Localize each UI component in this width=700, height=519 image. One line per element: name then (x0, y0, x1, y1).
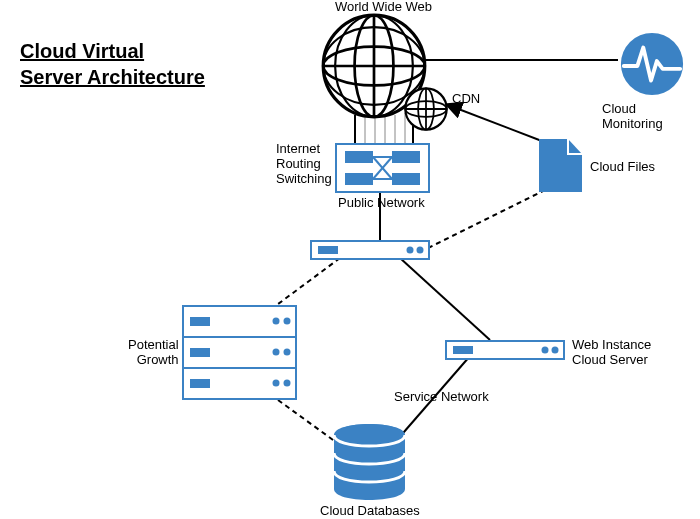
diagram-title: Cloud Virtual Server Architecture (20, 12, 205, 90)
label-web-instance: Web Instance Cloud Server (572, 338, 651, 368)
svg-point-49 (284, 349, 291, 356)
svg-point-40 (417, 247, 424, 254)
svg-rect-47 (190, 348, 210, 357)
label-internet-routing: Internet Routing Switching (276, 142, 332, 187)
svg-point-46 (284, 318, 291, 325)
label-potential-growth: Potential Growth (128, 338, 179, 368)
svg-rect-31 (345, 173, 373, 185)
svg-rect-29 (345, 151, 373, 163)
web-instance-icon (445, 340, 565, 364)
database-icon (332, 423, 407, 505)
label-cloud-files: Cloud Files (590, 160, 655, 175)
svg-point-52 (284, 380, 291, 387)
svg-point-55 (542, 347, 549, 354)
svg-line-8 (448, 105, 547, 143)
switch-icon (335, 143, 430, 197)
svg-point-39 (407, 247, 414, 254)
label-service-network: Service Network (394, 390, 489, 405)
svg-point-56 (552, 347, 559, 354)
label-cloud-monitoring: Cloud Monitoring (602, 102, 700, 132)
svg-rect-38 (318, 246, 338, 254)
svg-point-51 (273, 380, 280, 387)
cloud-monitoring-icon (618, 30, 686, 102)
label-public-network: Public Network (338, 196, 425, 211)
server-rack-icon (182, 305, 297, 404)
svg-line-10 (400, 258, 490, 340)
cloud-files-icon (538, 138, 583, 197)
globe-cdn-icon (404, 87, 448, 135)
svg-point-45 (273, 318, 280, 325)
svg-rect-50 (190, 379, 210, 388)
svg-line-14 (278, 400, 340, 445)
svg-line-12 (428, 185, 555, 248)
svg-rect-32 (392, 173, 420, 185)
svg-rect-30 (392, 151, 420, 163)
load-balancer-icon (310, 240, 430, 264)
title-text: Cloud Virtual Server Architecture (20, 40, 205, 88)
svg-point-48 (273, 349, 280, 356)
label-cloud-databases: Cloud Databases (320, 504, 420, 519)
label-cdn: CDN (452, 92, 480, 107)
svg-rect-44 (190, 317, 210, 326)
svg-line-11 (270, 258, 340, 310)
svg-rect-54 (453, 346, 473, 354)
